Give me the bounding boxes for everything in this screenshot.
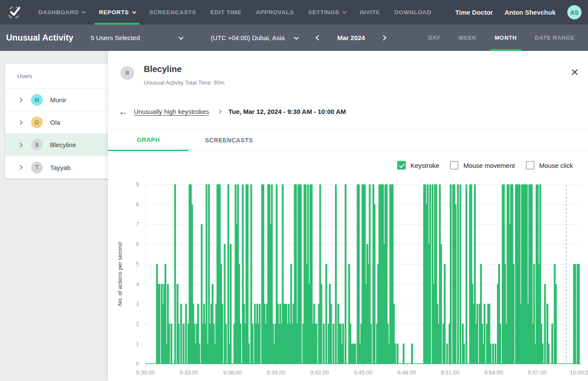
topbar-right: Time Doctor Anton Shevchuk AS (455, 5, 588, 19)
nav-screencasts-label: SCREENCASTS (149, 9, 196, 16)
nav-edit-time[interactable]: EDIT TIME (210, 0, 241, 25)
nav-settings[interactable]: SETTINGS (308, 0, 345, 25)
user-row-ola[interactable]: O Ola (5, 111, 113, 134)
range-tab-day-label: DAY (428, 35, 440, 41)
avatar: M (31, 94, 43, 106)
detail-subtitle: Unusual Activity Total Time: 30m (144, 79, 224, 86)
expand-chevron-icon[interactable] (18, 142, 22, 147)
user-name: Ola (50, 119, 60, 126)
avatar: T (31, 162, 43, 173)
x-tick-label: 9:39:00 (258, 369, 294, 376)
nav-settings-label: SETTINGS (308, 9, 339, 16)
nav-download-label: DOWNLOAD (394, 9, 431, 16)
y-tick-label: 7 (136, 221, 139, 227)
y-axis-ticks: 0123456789 (121, 181, 139, 369)
timezone-dropdown[interactable]: (UTC +04:00) Dubai, Asia (211, 34, 297, 41)
mouse-movement-checkbox[interactable] (450, 161, 458, 170)
nav-dashboard[interactable]: DASHBOARD (38, 0, 85, 25)
chevron-down-icon (132, 9, 136, 14)
next-month-button[interactable] (381, 35, 386, 41)
expand-chevron-icon[interactable] (18, 120, 22, 125)
nav-download[interactable]: DOWNLOAD (394, 0, 431, 25)
period-label: Mar 2024 (320, 34, 382, 41)
range-tab-date-range[interactable]: DATE RANGE (526, 25, 584, 51)
nav-screencasts[interactable]: SCREENCASTS (149, 0, 196, 25)
range-tab-day[interactable]: DAY (419, 25, 449, 51)
users-select-dropdown[interactable]: 5 Users Selected (91, 34, 182, 41)
breadcrumb-current: Tue, Mar 12, 2024 - 9:30 AM - 10:00 AM (228, 108, 346, 115)
y-tick-label: 8 (136, 201, 139, 208)
tab-graph[interactable]: GRAPH (108, 129, 189, 151)
user-name: Munir (50, 96, 66, 104)
range-tabs: DAY WEEK MONTH DATE RANGE (419, 25, 588, 51)
period-navigator: Mar 2024 (316, 34, 386, 41)
user-avatar[interactable]: AS (567, 5, 582, 19)
nav-dashboard-label: DASHBOARD (38, 9, 79, 16)
x-axis-ticks: 9:30:009:33:009:36:009:39:009:42:009:45:… (145, 369, 581, 378)
nav-edit-time-label: EDIT TIME (210, 9, 241, 16)
users-list-panel: Users M Munir O Ola B Blecyline T Tayyab (5, 64, 113, 179)
range-tab-month[interactable]: MONTH (486, 25, 526, 51)
report-toolbar: Unusual Activity 5 Users Selected (UTC +… (0, 25, 588, 51)
users-selected-label: 5 Users Selected (91, 34, 140, 41)
user-row-blecyline[interactable]: B Blecyline (5, 134, 113, 156)
y-tick-label: 2 (136, 321, 139, 327)
nav-approvals[interactable]: APPROVALS (256, 0, 294, 25)
x-tick-label: 10:00:00 (563, 369, 588, 376)
top-navigation-bar: DASHBOARD REPORTS SCREENCASTS EDIT TIME … (0, 0, 588, 25)
breadcrumb-link[interactable]: Unusually high keystrokes (134, 108, 209, 115)
expand-chevron-icon[interactable] (18, 98, 22, 102)
chevron-right-icon (218, 110, 222, 114)
tab-screencasts[interactable]: SCREENCASTS (189, 129, 269, 151)
tab-screencasts-label: SCREENCASTS (205, 137, 253, 144)
x-tick-label: 9:33:00 (171, 369, 207, 376)
detail-user-avatar: B (120, 66, 134, 80)
nav-reports[interactable]: REPORTS (99, 0, 135, 25)
y-tick-label: 3 (136, 301, 139, 307)
nav-invite[interactable]: INVITE (360, 0, 380, 25)
timedoctor-logo-icon[interactable] (6, 5, 22, 20)
main-nav: DASHBOARD REPORTS SCREENCASTS EDIT TIME … (38, 0, 431, 25)
chevron-down-icon (179, 35, 183, 39)
current-user-name[interactable]: Anton Shevchuk (505, 9, 556, 16)
legend-mouse-click[interactable]: Mouse click (526, 161, 573, 170)
breadcrumb: ← Unusually high keystrokes Tue, Mar 12,… (118, 106, 346, 117)
legend-mouse-movement[interactable]: Mouse movement (450, 161, 515, 170)
y-tick-label: 9 (136, 181, 139, 188)
back-arrow-icon[interactable]: ← (118, 106, 128, 117)
legend-mouse-movement-label: Mouse movement (463, 162, 515, 169)
user-detail-panel: B Blecyline Unusual Activity Total Time:… (108, 51, 588, 381)
legend-keystroke[interactable]: Keystroke (397, 161, 439, 170)
keystroke-checkbox[interactable] (397, 161, 406, 170)
chart-legend: Keystroke Mouse movement Mouse click (397, 161, 573, 170)
user-row-munir[interactable]: M Munir (5, 89, 113, 111)
chevron-down-icon (294, 35, 299, 39)
x-tick-label: 9:42:00 (301, 369, 338, 376)
nav-approvals-label: APPROVALS (256, 9, 294, 16)
users-list-header: Users (5, 64, 113, 89)
nav-invite-label: INVITE (360, 9, 380, 16)
x-tick-label: 9:51:00 (432, 369, 468, 376)
legend-keystroke-label: Keystroke (411, 162, 439, 169)
x-tick-label: 9:54:00 (475, 369, 512, 376)
mouse-click-checkbox[interactable] (526, 161, 534, 170)
y-tick-label: 0 (136, 360, 139, 367)
y-tick-label: 4 (136, 281, 139, 287)
y-tick-label: 6 (136, 241, 139, 247)
close-icon[interactable]: × (571, 66, 579, 78)
range-tab-month-label: MONTH (495, 35, 517, 41)
tab-graph-label: GRAPH (137, 136, 160, 143)
range-tab-week[interactable]: WEEK (449, 25, 486, 51)
x-tick-label: 9:45:00 (345, 369, 381, 376)
nav-reports-label: REPORTS (99, 9, 129, 16)
user-row-tayyab[interactable]: T Tayyab (5, 156, 113, 179)
x-tick-label: 9:30:00 (127, 369, 164, 376)
company-name[interactable]: Time Doctor (455, 9, 493, 16)
range-tab-week-label: WEEK (458, 35, 477, 41)
detail-tabs: GRAPH SCREENCASTS (108, 129, 588, 151)
y-tick-label: 5 (136, 261, 139, 267)
user-name: Tayyab (50, 164, 71, 171)
legend-mouse-click-label: Mouse click (539, 162, 573, 169)
x-tick-label: 9:36:00 (215, 369, 251, 376)
expand-chevron-icon[interactable] (18, 165, 22, 170)
